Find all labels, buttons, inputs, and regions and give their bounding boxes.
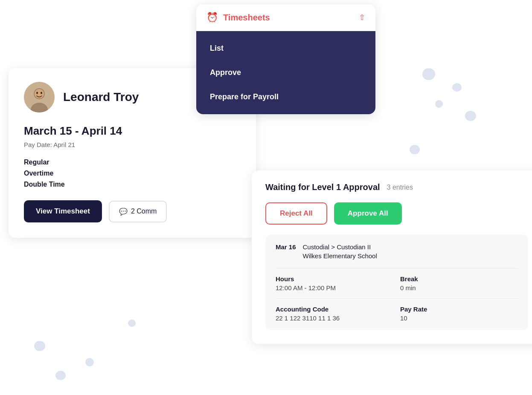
entry-grid-hours: Hours 12:00 AM - 12:00 PM Break 0 min [276, 275, 518, 291]
blob-6 [34, 341, 45, 351]
timesheets-title: Timesheets [223, 13, 270, 23]
blob-9 [128, 320, 136, 327]
accounting-value: 22 1 122 3110 11 1 36 [276, 314, 393, 322]
comments-icon: 💬 [119, 208, 128, 216]
hours-value: 12:00 AM - 12:00 PM [276, 284, 393, 291]
timesheets-menu-item-list[interactable]: List [196, 36, 375, 61]
blob-8 [55, 371, 66, 380]
comments-button[interactable]: 💬 2 Comm [109, 201, 167, 222]
entry-location: Wilkes Elementary School [303, 252, 377, 259]
approval-header: Waiting for Level 1 Approval 3 entries [265, 182, 528, 192]
pay-type-doubletime: Double Time [24, 181, 241, 188]
entry-grid-accounting: Accounting Code 22 1 122 3110 11 1 36 Pa… [276, 306, 518, 322]
svg-point-5 [41, 92, 42, 94]
blob-2 [452, 83, 462, 92]
approval-title: Waiting for Level 1 Approval [265, 182, 380, 192]
timesheets-title-row: ⏰ Timesheets [206, 12, 270, 23]
pay-types: Regular Overtime Double Time [24, 159, 241, 188]
comments-count: 2 Comm [131, 208, 157, 215]
entry-card: Mar 16 Custodial > Custodian II Wilkes E… [265, 235, 528, 330]
accounting-field: Accounting Code 22 1 122 3110 11 1 36 [276, 306, 393, 322]
break-field: Break 0 min [400, 275, 518, 291]
avatar [24, 82, 55, 112]
view-timesheet-button[interactable]: View Timesheet [24, 200, 102, 222]
blob-4 [465, 111, 476, 121]
hours-label: Hours [276, 275, 393, 283]
approve-all-button[interactable]: Approve All [334, 202, 402, 225]
svg-point-4 [36, 92, 38, 94]
hours-field: Hours 12:00 AM - 12:00 PM [276, 275, 393, 291]
timesheets-dropdown: ⏰ Timesheets ⇧ List Approve Prepare for … [196, 4, 375, 114]
timesheets-menu-item-approve[interactable]: Approve [196, 61, 375, 85]
card-actions: View Timesheet 💬 2 Comm [24, 200, 241, 222]
divider-2 [276, 298, 518, 299]
entries-badge: 3 entries [387, 184, 413, 191]
entry-date: Mar 16 [276, 243, 296, 251]
accounting-label: Accounting Code [276, 306, 393, 313]
timesheets-menu: List Approve Prepare for Payroll [196, 31, 375, 114]
blob-5 [410, 145, 420, 154]
pay-type-regular: Regular [24, 159, 241, 166]
approval-actions: Reject All Approve All [265, 202, 528, 225]
approval-card: Waiting for Level 1 Approval 3 entries R… [252, 170, 532, 344]
clock-icon: ⏰ [206, 12, 218, 23]
entry-info: Custodial > Custodian II Wilkes Elementa… [303, 243, 377, 259]
blob-3 [435, 100, 443, 108]
reject-all-button[interactable]: Reject All [265, 202, 327, 225]
pay-rate-value: 10 [400, 314, 518, 322]
blob-7 [85, 358, 94, 366]
blob-1 [422, 68, 435, 80]
entry-breadcrumb: Custodial > Custodian II [303, 243, 377, 251]
employee-name: Leonard Troy [63, 90, 139, 104]
divider-1 [276, 268, 518, 268]
chevron-up-icon[interactable]: ⇧ [359, 13, 365, 22]
scene: ⏰ Timesheets ⇧ List Approve Prepare for … [0, 0, 532, 395]
date-range: March 15 - April 14 [24, 124, 241, 138]
pay-rate-label: Pay Rate [400, 306, 518, 313]
break-value: 0 min [400, 284, 518, 291]
timesheets-header: ⏰ Timesheets ⇧ [196, 4, 375, 31]
break-label: Break [400, 275, 518, 283]
pay-type-overtime: Overtime [24, 170, 241, 177]
pay-date: Pay Date: April 21 [24, 141, 241, 148]
pay-rate-field: Pay Rate 10 [400, 306, 518, 322]
entry-header: Mar 16 Custodial > Custodian II Wilkes E… [276, 243, 518, 259]
timesheets-menu-item-payroll[interactable]: Prepare for Payroll [196, 85, 375, 109]
